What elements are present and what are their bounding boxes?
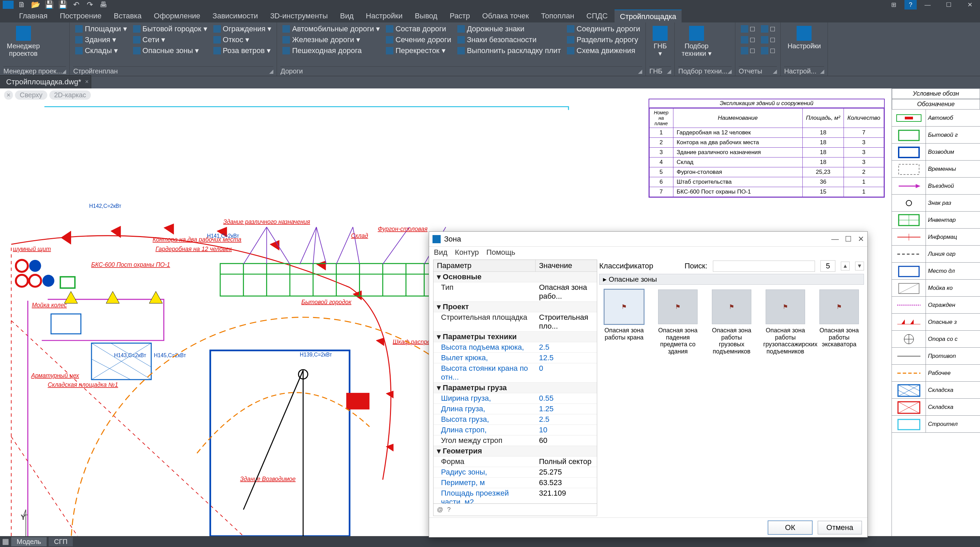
workspace-icon[interactable]: ⊞ [883, 0, 904, 10]
count-up-icon[interactable]: ▲ [841, 262, 850, 270]
ribbon-big-button[interactable]: ГНБ ▾ [649, 24, 671, 59]
prop-value[interactable]: Полный сектор [536, 456, 597, 467]
prop-value[interactable]: 321.109 [536, 488, 597, 504]
saveall-icon[interactable]: 💾 [57, 1, 68, 9]
prop-value[interactable]: 2.5 [536, 414, 597, 425]
prop-row[interactable]: Строительная площадкаСтроительная пло... [434, 312, 597, 332]
ribbon-button[interactable]: Откос ▾ [211, 35, 274, 45]
menu-Вид[interactable]: Вид [334, 10, 359, 22]
ribbon-button[interactable]: Сечение дороги [384, 35, 453, 45]
properties-grid[interactable]: Параметр Значение ▾ ОсновныеТипОпасная з… [433, 259, 597, 516]
prop-value[interactable]: 63.523 [536, 478, 597, 488]
ribbon-button[interactable]: Состав дороги [384, 24, 453, 34]
panel-expand-icon[interactable]: ◢ [773, 68, 777, 75]
prop-value[interactable]: 60 [536, 436, 597, 446]
classifier-tile[interactable]: ⚑Опасная зона работы экскаватора [817, 289, 861, 348]
prop-row[interactable]: Радиус зоны,25.275 [434, 467, 597, 478]
redo-icon[interactable]: ↷ [84, 1, 95, 9]
prop-group[interactable]: ▾ Параметры техники [434, 332, 597, 342]
ribbon-button[interactable]: □ [759, 35, 777, 45]
prop-value[interactable]: Опасная зона рабо... [536, 282, 597, 301]
panel-expand-icon[interactable]: ◢ [667, 68, 671, 75]
category-bar[interactable]: ▸ Опасные зоны [599, 274, 864, 285]
ribbon-button[interactable]: Разделить дорогу [565, 35, 642, 45]
prop-value[interactable]: 1.25 [536, 404, 597, 414]
search-input[interactable] [713, 261, 815, 272]
prop-group[interactable]: ▾ Геометрия [434, 446, 597, 456]
prop-row[interactable]: Длина строп,10 [434, 425, 597, 436]
print-icon[interactable]: 🖶 [98, 1, 109, 9]
ribbon-button[interactable]: □ [739, 46, 757, 56]
ribbon-button[interactable]: Схема движения [565, 46, 642, 56]
prop-row[interactable]: Высота подъема крюка,2.5 [434, 342, 597, 353]
dialog-menu-item[interactable]: Вид [434, 248, 447, 257]
prop-group[interactable]: ▾ Параметры груза [434, 383, 597, 393]
ribbon-button[interactable]: □ [739, 24, 757, 34]
panel-expand-icon[interactable]: ◢ [269, 68, 273, 75]
close-icon[interactable]: × [85, 78, 89, 85]
menu-СПДС[interactable]: СПДС [581, 10, 613, 22]
prop-row[interactable]: Периметр, м63.523 [434, 478, 597, 488]
maximize-icon[interactable]: ☐ [845, 235, 852, 243]
ribbon-button[interactable]: Здания ▾ [73, 35, 129, 45]
ribbon-button[interactable]: Бытовой городок ▾ [131, 24, 209, 34]
menu-Топоплан[interactable]: Топоплан [536, 10, 579, 22]
prop-row[interactable]: Ширина груза,0.55 [434, 393, 597, 404]
classifier-tile[interactable]: ⚑Опасная зона работы крана [602, 289, 646, 341]
ribbon-button[interactable]: Железные дороги ▾ [280, 35, 382, 45]
classifier-tile[interactable]: ⚑Опасная зона работы грузовых подъемнико… [710, 289, 754, 355]
menu-Стройплощадка[interactable]: Стройплощадка [614, 10, 682, 22]
prop-value[interactable]: 2.5 [536, 342, 597, 352]
ribbon-button[interactable]: Ограждения ▾ [211, 24, 274, 34]
ribbon-button[interactable]: Выполнить раскладку плит [455, 46, 563, 56]
prop-row[interactable]: Высота груза,2.5 [434, 414, 597, 425]
prop-row[interactable]: Длина груза,1.25 [434, 404, 597, 414]
tab-model[interactable]: Модель [11, 537, 47, 546]
minimize-icon[interactable]: — [831, 235, 839, 243]
statusbar-icon[interactable]: ▦ [2, 537, 9, 546]
new-icon[interactable]: 🗎 [16, 1, 27, 9]
ribbon-button[interactable]: □ [759, 24, 777, 34]
prop-group[interactable]: ▾ Проект [434, 302, 597, 312]
ribbon-button[interactable]: □ [759, 46, 777, 56]
prop-row[interactable]: Площадь проезжей части, м2321.109 [434, 488, 597, 504]
count-down-icon[interactable]: ▼ [855, 262, 864, 270]
menu-Вывод[interactable]: Вывод [409, 10, 443, 22]
ribbon-button[interactable]: Пешеходная дорога [280, 46, 382, 56]
prop-group[interactable]: ▾ Основные [434, 272, 597, 282]
ribbon-big-button[interactable]: Менеджер проектов [3, 24, 43, 59]
tab-sgp[interactable]: СГП [49, 537, 73, 546]
ribbon-button[interactable]: Площадки ▾ [73, 24, 129, 34]
prop-row[interactable]: ФормаПолный сектор [434, 456, 597, 467]
panel-expand-icon[interactable]: ◢ [820, 68, 824, 75]
dialog-menu-item[interactable]: Контур [455, 248, 479, 257]
help-icon[interactable]: ? [447, 506, 450, 513]
prop-row[interactable]: Угол между строп60 [434, 436, 597, 446]
menu-Растр[interactable]: Растр [444, 10, 476, 22]
ribbon-button[interactable]: Сети ▾ [131, 35, 209, 45]
dialog-titlebar[interactable]: Зона — ☐ ✕ [429, 232, 867, 246]
panel-expand-icon[interactable]: ◢ [638, 68, 642, 75]
menu-Зависимости[interactable]: Зависимости [207, 10, 264, 22]
prop-row[interactable]: ТипОпасная зона рабо... [434, 282, 597, 302]
maximize-button[interactable]: ☐ [939, 0, 959, 10]
prop-row[interactable]: Вылет крюка,12.5 [434, 353, 597, 363]
ribbon-button[interactable]: Опасные зоны ▾ [131, 46, 209, 56]
logo-icon[interactable] [3, 1, 14, 9]
ribbon-button[interactable]: Роза ветров ▾ [211, 46, 274, 56]
close-icon[interactable]: ✕ [858, 235, 864, 243]
close-button[interactable]: ✕ [959, 0, 980, 10]
collapse-icon[interactable]: ▸ [603, 275, 607, 283]
undo-icon[interactable]: ↶ [71, 1, 82, 9]
ribbon-button[interactable]: Склады ▾ [73, 46, 129, 56]
menu-3D-инструменты[interactable]: 3D-инструменты [265, 10, 333, 22]
ribbon-big-button[interactable]: Настройки [784, 24, 824, 52]
ribbon-button[interactable]: Дорожные знаки [455, 24, 563, 34]
cancel-button[interactable]: Отмена [818, 521, 862, 534]
ribbon-big-button[interactable]: Подбор техники ▾ [678, 24, 714, 59]
ribbon-button[interactable]: Автомобильные дороги ▾ [280, 24, 382, 34]
dialog-menu-item[interactable]: Помощь [486, 248, 515, 257]
help-button[interactable]: ? [904, 0, 917, 10]
document-tab[interactable]: Стройплощадка.dwg* × [0, 75, 91, 89]
save-icon[interactable]: 💾 [43, 1, 54, 9]
